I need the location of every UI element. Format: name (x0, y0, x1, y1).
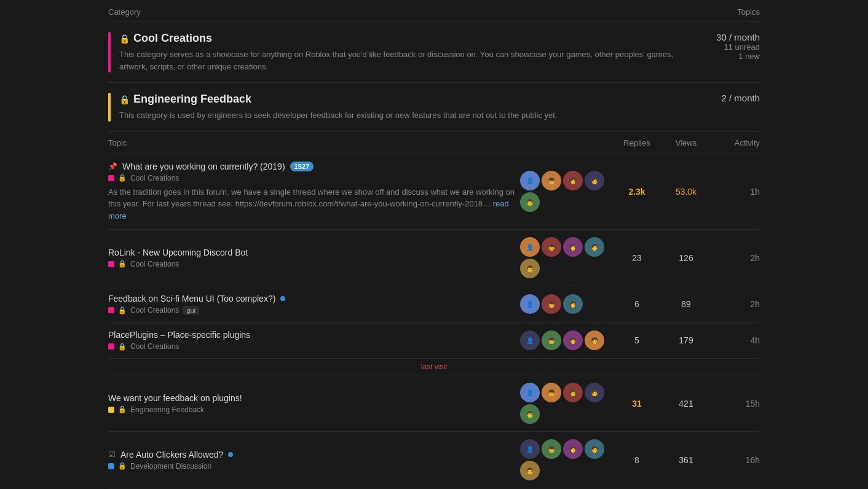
table-row: We want your feedback on plugins!🔒Engine… (108, 375, 760, 432)
avatar: 👤 (520, 383, 540, 402)
topic-avatars: 👤👦👩🧑 (520, 331, 612, 350)
topic-title-link[interactable]: Feedback on Sci-fi Menu UI (Too complex?… (108, 294, 275, 303)
topic-views: 89 (661, 299, 711, 309)
topic-excerpt: As the tradition goes in this forum, we … (108, 186, 520, 222)
avatar: 👩 (563, 294, 583, 314)
avatar: 👤 (520, 237, 540, 257)
topic-title-link[interactable]: RoLink - New Upcoming Discord Bot (108, 248, 248, 257)
topic-views: 53.0k (661, 187, 711, 197)
category-color-dot (108, 343, 114, 350)
checkbox-icon: ☑ (108, 450, 116, 459)
category-description: This category is used by engineers to se… (119, 109, 686, 122)
category-title-text: Cool Creations (133, 32, 212, 45)
topic-title-link[interactable]: PlacePlugins – Place-specific plugins (108, 330, 250, 340)
topic-avatars: 👤👦👩 (520, 294, 612, 314)
topic-replies: 31 (612, 399, 661, 409)
table-row: ☑Are Auto Clickers Allowed?🔒Development … (108, 432, 760, 488)
category-lock-icon: 🔒 (118, 174, 127, 182)
category-color-dot (108, 261, 114, 267)
col-topic-label: Topic (108, 138, 520, 147)
topic-tag[interactable]: gui (183, 306, 199, 315)
avatar: 🧑 (585, 171, 604, 190)
category-lock-icon: 🔒 (118, 343, 127, 351)
category-accent-bar (108, 32, 111, 72)
category-section-cool-creations: 🔒Cool CreationsThis category serves as a… (108, 22, 760, 83)
category-title[interactable]: 🔒Engineering Feedback (119, 93, 686, 106)
topic-avatars: 👤👦👩🧑👨 (520, 383, 612, 424)
topic-title-link[interactable]: What are you working on currently? (2019… (122, 162, 285, 171)
avatar: 👦 (542, 383, 561, 402)
topic-category-name[interactable]: Engineering Feedback (130, 405, 204, 414)
avatar: 👩 (563, 439, 583, 459)
lock-icon: 🔒 (119, 34, 130, 44)
topic-activity: 16h (711, 455, 760, 465)
avatar: 👤 (520, 331, 540, 350)
table-row: PlacePlugins – Place-specific plugins🔒Co… (108, 323, 760, 359)
category-description: This category serves as a showcase for a… (119, 49, 686, 72)
avatar: 👦 (542, 439, 561, 459)
topic-category-name[interactable]: Cool Creations (130, 174, 179, 182)
topic-replies: 5 (612, 335, 661, 345)
category-lock-icon: 🔒 (118, 307, 127, 315)
avatar: 👦 (542, 171, 561, 190)
topic-replies: 6 (612, 299, 661, 309)
avatar: 👦 (542, 294, 561, 314)
topics-header-label: Topics (737, 7, 760, 17)
avatar: 🧑 (585, 383, 604, 402)
table-row: RoLink - New Upcoming Discord Bot🔒Cool C… (108, 230, 760, 286)
topics-per-month: 30 / month (698, 32, 760, 42)
category-color-dot (108, 463, 114, 469)
topic-views: 126 (661, 253, 711, 263)
table-row: 📌What are you working on currently? (201… (108, 154, 760, 230)
table-header: Category Topics (108, 0, 760, 22)
topic-activity: 1h (711, 187, 760, 197)
topics-table-header: Topic Replies Views Activity (108, 132, 760, 154)
category-accent-bar (108, 93, 111, 122)
new-dot-indicator (280, 296, 285, 301)
topic-title-link[interactable]: Are Auto Clickers Allowed? (120, 450, 223, 460)
avatar: 👤 (520, 439, 540, 459)
topic-avatars: 👤👦👩🧑👨 (520, 171, 612, 212)
table-row: Feedback on Sci-fi Menu UI (Too complex?… (108, 286, 760, 323)
avatar: 👨 (520, 404, 540, 424)
topic-views: 421 (661, 399, 711, 409)
topic-title-link[interactable]: We want your feedback on plugins! (108, 393, 242, 403)
topic-category-name[interactable]: Cool Creations (130, 260, 179, 268)
category-color-dot (108, 175, 114, 181)
category-lock-icon: 🔒 (118, 260, 127, 268)
avatar: 🧑 (585, 331, 604, 350)
topic-activity: 4h (711, 335, 760, 345)
topic-badge: 1527 (290, 162, 314, 171)
topics-per-month: 2 / month (698, 93, 760, 103)
avatar: 🧑 (585, 439, 604, 459)
category-section-engineering-feedback: 🔒Engineering FeedbackThis category is us… (108, 83, 760, 132)
topic-activity: 2h (711, 299, 760, 309)
topic-category-name[interactable]: Cool Creations (130, 306, 179, 315)
topic-avatars: 👤👦👩🧑👨 (520, 237, 612, 278)
new-count: 1 new (698, 52, 760, 61)
avatar: 👨 (520, 461, 540, 480)
lock-icon: 🔒 (119, 95, 130, 104)
topic-category-name[interactable]: Cool Creations (130, 342, 179, 351)
category-title[interactable]: 🔒Cool Creations (119, 32, 686, 45)
avatar: 🧑 (585, 237, 604, 257)
read-more-link[interactable]: read more (108, 199, 509, 221)
topic-views: 179 (661, 335, 711, 345)
col-activity-label: Activity (711, 138, 760, 147)
avatar: 👩 (563, 383, 583, 402)
topic-activity: 15h (711, 399, 760, 409)
avatar: 👨 (520, 259, 540, 278)
category-lock-icon: 🔒 (118, 405, 127, 413)
topic-replies: 2.3k (612, 187, 661, 197)
category-color-dot (108, 307, 114, 313)
avatar: 👤 (520, 171, 540, 190)
topic-views: 361 (661, 455, 711, 465)
topic-activity: 2h (711, 253, 760, 263)
topic-replies: 23 (612, 253, 661, 263)
category-lock-icon: 🔒 (118, 462, 127, 470)
avatar: 👨 (520, 192, 540, 212)
avatar: 👤 (520, 294, 540, 314)
topic-category-name[interactable]: Development Discussion (130, 462, 211, 471)
last-visit-divider: last visit (108, 359, 760, 375)
category-color-dot (108, 407, 114, 413)
